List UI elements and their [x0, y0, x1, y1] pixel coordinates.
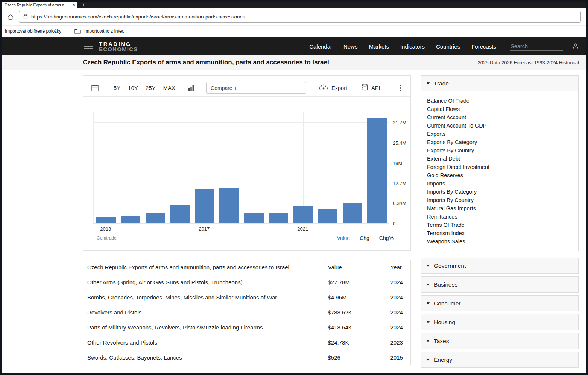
row-value: $526 — [328, 350, 373, 365]
search-input[interactable] — [510, 42, 563, 51]
sidebar-link-external-debt[interactable]: External Debt — [421, 155, 578, 163]
x-axis-labels: 201320172021 — [93, 226, 389, 233]
bookmark-import-favorites[interactable]: Importovat oblíbené položky — [3, 29, 64, 34]
row-name: Revolvers and Pistols — [83, 305, 328, 320]
chevron-down-icon — [427, 302, 430, 305]
sidebar-link-foreign-direct-investment[interactable]: Foreign Direct Investment — [421, 163, 578, 171]
nav-item-forecasts[interactable]: Forecasts — [471, 43, 496, 50]
mode-value[interactable]: Value — [337, 235, 350, 241]
site-info-icon[interactable] — [23, 14, 28, 20]
table-row[interactable]: Bombs, Grenades, Torpedoes, Mines, Missi… — [83, 290, 411, 305]
chart-bar-2023[interactable] — [343, 203, 362, 223]
sidebar-section-energy: Energy — [421, 352, 579, 368]
sidebar-link-imports-by-category[interactable]: Imports By Category — [421, 188, 578, 196]
hamburger-menu-icon[interactable] — [84, 44, 93, 49]
chart-type-icon[interactable] — [188, 85, 194, 91]
table-row[interactable]: Revolvers and Pistols$788.62K2024 — [83, 305, 411, 320]
compare-button[interactable]: Compare + — [206, 82, 306, 94]
mode-chg[interactable]: Chg — [360, 235, 369, 241]
sidebar-link-exports-by-category[interactable]: Exports By Category — [421, 138, 578, 146]
mode-chg[interactable]: Chg% — [379, 235, 394, 241]
sidebar-link-imports[interactable]: Imports — [421, 179, 578, 188]
sidebar-link-natural-gas-imports[interactable]: Natural Gas Imports — [421, 204, 578, 213]
section-header-business[interactable]: Business — [421, 277, 578, 292]
new-tab-button[interactable]: + — [77, 2, 89, 8]
section-label: Energy — [434, 357, 452, 363]
table-row[interactable]: Swords, Cutlasses, Bayonets, Lances$5262… — [83, 350, 411, 365]
more-options-icon[interactable] — [398, 84, 403, 93]
chevron-down-icon — [427, 265, 430, 267]
table-row[interactable]: Parts of Military Weapons, Revolvers, Pi… — [83, 320, 411, 335]
export-button[interactable]: Export — [319, 84, 347, 92]
range-button-max[interactable]: MAX — [163, 85, 175, 91]
chart-bar-2017[interactable] — [195, 189, 214, 223]
range-button-25y[interactable]: 25Y — [146, 85, 156, 91]
chevron-down-icon — [427, 340, 430, 342]
calendar-icon[interactable] — [91, 85, 99, 91]
chart-bar-2022[interactable] — [318, 209, 337, 223]
tab-strip: Czech Republic Exports of arms a ✕ + — [2, 2, 586, 8]
url-bar[interactable]: https://tradingeconomics.com/czech-repub… — [19, 11, 581, 23]
row-year: 2015 — [373, 350, 411, 365]
sidebar-link-current-account[interactable]: Current Account — [421, 113, 578, 121]
range-button-10y[interactable]: 10Y — [128, 85, 138, 91]
chart-bar-2020[interactable] — [269, 213, 288, 223]
folder-icon — [74, 29, 81, 34]
database-icon — [362, 84, 368, 92]
sidebar-link-terrorism-index[interactable]: Terrorism Index — [421, 229, 578, 237]
y-axis-labels: 06.34M12.7M19M25.4M31.7M — [393, 112, 415, 224]
table-row[interactable]: Other Revolvers and Pistols$24.78K2023 — [83, 335, 411, 350]
nav-item-countries[interactable]: Countries — [436, 43, 460, 50]
browser-tab[interactable]: Czech Republic Exports of arms a ✕ — [2, 2, 77, 8]
nav-item-indicators[interactable]: Indicators — [400, 43, 425, 50]
sidebar-link-remittances[interactable]: Remittances — [421, 213, 578, 221]
trading-economics-logo[interactable]: TRADING ECONOMICS — [99, 41, 138, 52]
exports-table: Czech Republic Exports of arms and ammun… — [83, 260, 411, 365]
sidebar-link-gold-reserves[interactable]: Gold Reserves — [421, 171, 578, 179]
range-button-5y[interactable]: 5Y — [114, 85, 120, 91]
main-content: 5Y10Y25YMAX Compare + Export — [83, 75, 411, 370]
bookmark-imported-folder[interactable]: Importováno z Inter... — [82, 29, 129, 34]
column-header-year: Year — [373, 260, 411, 275]
home-icon[interactable] — [7, 14, 14, 20]
section-header-consumer[interactable]: Consumer — [421, 296, 578, 311]
section-header-taxes[interactable]: Taxes — [421, 333, 578, 349]
chart-bar-2019[interactable] — [244, 213, 264, 223]
table-row[interactable]: Other Arms (Spring, Air or Gas Guns and … — [83, 275, 411, 290]
section-header-housing[interactable]: Housing — [421, 314, 578, 330]
sidebar-link-terms-of-trade[interactable]: Terms Of Trade — [421, 221, 578, 229]
tab-close-icon[interactable]: ✕ — [72, 3, 75, 7]
compare-label: Compare + — [211, 85, 237, 91]
chart-bar-2024[interactable] — [367, 118, 387, 223]
sidebar-link-exports-by-country[interactable]: Exports By Country — [421, 146, 578, 155]
sidebar-section-taxes: Taxes — [421, 333, 579, 349]
user-account-icon[interactable] — [572, 43, 579, 50]
chart-bar-2018[interactable] — [219, 188, 239, 223]
sidebar-link-balance-of-trade[interactable]: Balance Of Trade — [421, 97, 578, 105]
sidebar-link-exports[interactable]: Exports — [421, 130, 578, 138]
section-header-energy[interactable]: Energy — [421, 352, 578, 367]
sidebar-link-capital-flows[interactable]: Capital Flows — [421, 105, 578, 113]
sidebar-link-weapons-sales[interactable]: Weapons Sales — [421, 237, 578, 246]
row-year: 2024 — [373, 305, 411, 320]
y-axis-label: 12.7M — [393, 181, 406, 186]
gridline-horizontal — [94, 163, 389, 163]
sidebar-link-imports-by-country[interactable]: Imports By Country — [421, 196, 578, 204]
nav-item-calendar[interactable]: Calendar — [309, 43, 332, 50]
sidebar-link-current-account-to-gdp[interactable]: Current Account To GDP — [421, 121, 578, 130]
section-header-government[interactable]: Government — [421, 258, 578, 273]
logo-text-bottom: ECONOMICS — [99, 47, 138, 52]
nav-item-markets[interactable]: Markets — [369, 43, 389, 50]
x-axis-label: 2021 — [295, 226, 311, 232]
chart-bar-2015[interactable] — [146, 213, 165, 223]
y-axis-label: 19M — [393, 161, 402, 166]
section-header-trade[interactable]: Trade — [421, 76, 578, 91]
chart-bar-2016[interactable] — [170, 205, 190, 223]
gridline-horizontal — [94, 143, 389, 143]
nav-item-news[interactable]: News — [343, 43, 358, 50]
gridline-vertical — [106, 112, 106, 223]
chart-bar-2021[interactable] — [293, 206, 313, 223]
chart-bar-2014[interactable] — [121, 216, 140, 223]
chart-bar-2013[interactable] — [96, 217, 116, 223]
api-button[interactable]: API — [362, 84, 380, 92]
